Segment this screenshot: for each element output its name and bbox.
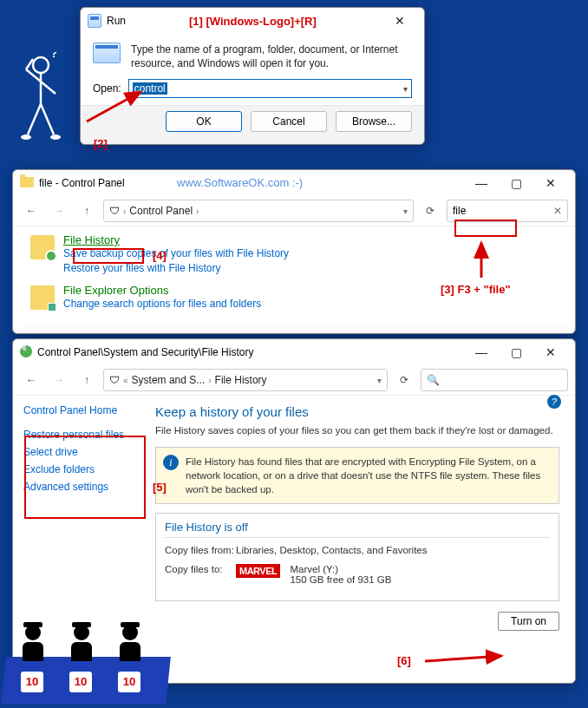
fh-icon <box>20 345 32 360</box>
svg-line-7 <box>41 104 54 134</box>
breadcrumb-root[interactable]: Control Panel <box>129 205 193 217</box>
fh-subtext: File History saves copies of your files … <box>155 424 559 438</box>
chevron-down-icon[interactable]: ▾ <box>403 206 408 216</box>
fh-toolbar: ← → ↑ 🛡 « System and S... › File History… <box>13 365 575 396</box>
sidebar-advanced-settings[interactable]: Advanced settings <box>23 481 141 493</box>
sidebar-select-drive[interactable]: Select drive <box>23 446 141 458</box>
back-button[interactable]: ← <box>20 200 42 222</box>
fh-heading: Keep a history of your files <box>155 404 559 419</box>
annotation-6-arrow <box>421 649 508 670</box>
score-card: 10 <box>118 672 140 692</box>
help-icon[interactable]: ? <box>547 395 561 409</box>
score-card: 10 <box>69 672 92 692</box>
search-input[interactable] <box>453 205 550 217</box>
marvel-logo: MARVEL <box>236 564 280 578</box>
svg-line-12 <box>425 656 501 661</box>
result-title-file-history[interactable]: File History <box>63 233 120 246</box>
svg-text:?: ? <box>50 52 58 60</box>
copy-from-label: Copy files from: <box>165 545 236 555</box>
ok-button[interactable]: OK <box>166 111 242 132</box>
svg-line-10 <box>87 92 140 121</box>
search-icon: 🔍 <box>427 374 440 386</box>
cancel-button[interactable]: Cancel <box>251 111 327 132</box>
svg-point-0 <box>33 57 49 73</box>
fh-panel: Keep a history of your files File Histor… <box>152 396 575 687</box>
sidebar-restore-personal-files[interactable]: Restore personal files <box>23 429 141 441</box>
search-box[interactable]: ✕ <box>447 200 568 222</box>
fh-status: File History is off Copy files from: Lib… <box>155 513 559 601</box>
close-button[interactable]: ✕ <box>533 344 568 361</box>
browse-button[interactable]: Browse... <box>336 111 412 132</box>
cp-icon <box>20 177 34 190</box>
fh-warning: i File History has found files that are … <box>155 447 559 504</box>
chevron-down-icon[interactable]: ▾ <box>377 376 382 385</box>
forward-button[interactable]: → <box>48 369 70 391</box>
result-link[interactable]: Change search options for files and fold… <box>63 297 261 311</box>
svg-line-6 <box>28 104 41 134</box>
refresh-button[interactable]: ⟳ <box>419 205 441 217</box>
sidebar-exclude-folders[interactable]: Exclude folders <box>23 463 141 475</box>
fh-title: Control Panel\System and Security\File H… <box>37 346 464 358</box>
stick-figure: ? <box>19 52 62 148</box>
run-body-icon <box>93 43 121 63</box>
control-panel-home-link[interactable]: Control Panel Home <box>23 404 141 416</box>
svg-point-9 <box>50 134 61 140</box>
file-explorer-options-icon <box>30 285 55 310</box>
copy-to-label: Copy files to: <box>165 564 236 585</box>
breadcrumb-system[interactable]: System and S... <box>132 374 206 386</box>
address-bar[interactable]: 🛡 › Control Panel › ▾ <box>103 200 414 222</box>
fh-status-heading: File History is off <box>165 521 550 538</box>
fh-titlebar[interactable]: Control Panel\System and Security\File H… <box>13 339 575 365</box>
minimize-button[interactable]: — <box>464 174 499 192</box>
turn-on-button[interactable]: Turn on <box>498 612 559 631</box>
cp-toolbar: ← → ↑ 🛡 › Control Panel › ▾ ⟳ ✕ <box>13 196 575 226</box>
info-icon: i <box>163 455 179 470</box>
clear-search-icon[interactable]: ✕ <box>553 205 562 217</box>
result-link[interactable]: Restore your files with File History <box>63 261 289 276</box>
drive-name: Marvel (Y:) <box>290 564 338 574</box>
search-result: File Explorer Options Change search opti… <box>30 284 558 311</box>
search-input[interactable] <box>443 374 562 386</box>
breadcrumb-file-history[interactable]: File History <box>215 374 267 386</box>
svg-line-3 <box>26 69 41 82</box>
run-titlebar[interactable]: Run ✕ <box>81 8 424 34</box>
chevron-down-icon[interactable]: ▾ <box>403 84 408 94</box>
svg-point-8 <box>21 134 31 140</box>
forward-button[interactable]: → <box>48 200 70 222</box>
copy-to-value: MARVEL Marvel (Y:) 150 GB free of 931 GB <box>236 564 391 585</box>
back-button[interactable]: ← <box>20 369 42 391</box>
up-button[interactable]: ↑ <box>75 200 98 222</box>
up-button[interactable]: ↑ <box>75 369 98 391</box>
cp-titlebar[interactable]: file - Control Panel — ▢ ✕ <box>13 170 575 196</box>
score-card: 10 <box>21 672 43 692</box>
svg-line-5 <box>41 82 56 94</box>
fh-warning-text: File History has found files that are en… <box>186 455 552 496</box>
annotation-3-arrow <box>468 239 494 282</box>
maximize-button[interactable]: ▢ <box>499 344 533 361</box>
address-bar[interactable]: 🛡 « System and S... › File History ▾ <box>103 369 388 391</box>
run-icon <box>88 14 101 28</box>
fh-crumb-icon: 🛡 <box>109 374 120 386</box>
result-link[interactable]: Save backup copies of your files with Fi… <box>63 246 289 261</box>
refresh-button[interactable]: ⟳ <box>393 374 415 386</box>
file-history-icon <box>30 235 55 259</box>
crumb-sep: › <box>196 206 199 216</box>
copy-from-value: Libraries, Desktop, Contacts, and Favori… <box>236 545 428 555</box>
crumb-sep: › <box>123 206 126 216</box>
minimize-button[interactable]: — <box>464 344 499 361</box>
result-title-file-explorer-options[interactable]: File Explorer Options <box>63 284 168 297</box>
annotation-2-arrow <box>80 85 149 128</box>
open-combobox[interactable]: control ▾ <box>128 79 412 98</box>
drive-free: 150 GB free of 931 GB <box>290 574 391 585</box>
cp-shield-icon: 🛡 <box>109 205 120 217</box>
cp-title: file - Control Panel <box>39 177 464 189</box>
run-description: Type the name of a program, folder, docu… <box>131 43 412 70</box>
close-button[interactable]: ✕ <box>382 12 417 30</box>
close-button[interactable]: ✕ <box>533 174 568 192</box>
maximize-button[interactable]: ▢ <box>499 174 533 192</box>
judges-cartoon: 10 10 10 <box>3 600 177 705</box>
run-title: Run <box>107 15 382 27</box>
search-box[interactable]: 🔍 <box>421 369 568 391</box>
